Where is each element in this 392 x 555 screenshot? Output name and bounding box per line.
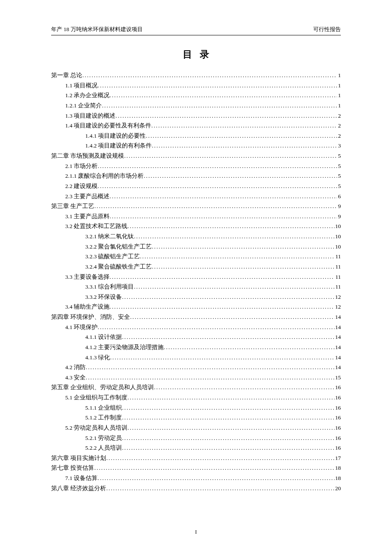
toc-entry: 第六章 项目实施计划17	[51, 453, 341, 463]
toc-entry-label: 4.2 消防	[65, 362, 86, 373]
toc-leader-dots	[130, 312, 334, 322]
toc-entry-label: 4.1.1 设计依据	[85, 332, 122, 342]
toc-entry-label: 5.2.1 劳动定员	[85, 433, 122, 443]
toc-leader-dots	[106, 453, 334, 463]
toc-leader-dots	[82, 70, 337, 81]
toc-leader-dots	[110, 302, 334, 312]
toc-entry-page: 16	[334, 413, 341, 423]
toc-entry-label: 5.2 劳动定员和人员培训	[65, 423, 127, 433]
toc-entry: 1.4.2 项目建设的有利条件3	[51, 141, 341, 151]
toc-leader-dots	[140, 251, 334, 262]
toc-leader-dots	[134, 231, 334, 242]
toc-entry-label: 3.2.4 聚合硫酸铁生产工艺	[85, 262, 152, 272]
toc-leader-dots	[127, 423, 334, 433]
toc-entry-page: 10	[334, 242, 341, 252]
toc-entry-page: 12	[334, 302, 341, 312]
toc-entry: 2.3 主要产品概述6	[51, 191, 341, 202]
toc-entry-label: 5.2.2 人员培训	[85, 443, 122, 453]
toc-leader-dots	[98, 181, 337, 191]
toc-entry-page: 18	[334, 463, 341, 473]
toc-leader-dots	[110, 353, 334, 363]
toc-entry-page: 5	[337, 151, 341, 161]
toc-entry: 3.3 主要设备选择11	[51, 272, 341, 282]
toc-entry-page: 1	[337, 101, 341, 111]
toc-entry-page: 2	[337, 121, 341, 131]
toc-entry-label: 第四章 环境保护、消防、安全	[51, 312, 130, 322]
toc-leader-dots	[164, 342, 334, 353]
toc-entry-label: 4.1 环境保护	[65, 322, 98, 332]
toc-entry-page: 16	[334, 403, 341, 413]
toc-leader-dots	[122, 433, 334, 443]
toc-entry-page: 15	[334, 373, 341, 383]
toc-entry: 第一章 总论1	[51, 70, 341, 81]
toc-entry-label: 4.3 安全	[65, 373, 86, 383]
page-header: 年产 18 万吨纳米环保新材料建设项目 可行性报告	[51, 26, 341, 35]
toc-entry-page: 1	[337, 81, 341, 91]
toc-entry-page: 14	[334, 332, 341, 342]
toc-entry: 5.1.1 企业组织16	[51, 403, 341, 413]
toc-entry-label: 3.2.3 硫酸铝生产工艺	[85, 251, 140, 262]
toc-leader-dots	[110, 191, 337, 202]
toc-entry: 7.1 设备估算18	[51, 473, 341, 483]
toc-entry: 1.4 项目建设的必要性及有利条件2	[51, 121, 341, 131]
toc-entry-page: 17	[334, 453, 341, 463]
toc-entry-label: 3.3.2 环保设备	[85, 292, 122, 302]
toc-leader-dots	[98, 473, 334, 483]
toc-entry-label: 1.4.2 项目建设的有利条件	[85, 141, 152, 151]
toc-leader-dots	[122, 332, 334, 342]
toc-entry: 第七章 投资估算18	[51, 463, 341, 473]
toc-entry-page: 16	[334, 443, 341, 453]
toc-entry-page: 16	[334, 382, 341, 393]
toc-entry-label: 2.3 主要产品概述	[65, 191, 110, 202]
page-number: I	[0, 529, 392, 535]
toc-entry: 第二章 市场预测及建设规模5	[51, 151, 341, 161]
toc-entry: 第八章 经济效益分析20	[51, 483, 341, 494]
toc-entry-page: 16	[334, 393, 341, 403]
toc-leader-dots	[115, 111, 337, 121]
toc-entry: 3.1 主要产品原料9	[51, 211, 341, 222]
toc-entry-label: 1.3 项目建设的概述	[65, 111, 115, 121]
toc-entry: 3.2.1 纳米二氧化钛10	[51, 231, 341, 242]
toc-entry: 第三章 生产工艺9	[51, 201, 341, 211]
toc-entry-label: 2.1.1 废酸综合利用的市场分析	[65, 171, 144, 181]
toc-entry: 3.2.4 聚合硫酸铁生产工艺11	[51, 262, 341, 272]
toc-entry-label: 3.3 主要设备选择	[65, 272, 110, 282]
toc-entry-label: 第七章 投资估算	[51, 463, 94, 473]
toc-leader-dots	[122, 403, 334, 413]
toc-leader-dots	[144, 171, 337, 181]
toc-entry: 3.2 处置技术和工艺路线10	[51, 221, 341, 231]
toc-entry: 第五章 企业组织、劳动定员和人员培训16	[51, 382, 341, 393]
toc-entry-label: 4.1.2 主要污染物源及治理措施	[85, 342, 164, 353]
toc-entry-page: 9	[337, 211, 341, 222]
toc-entry-label: 3.3.1 综合利用项目	[85, 282, 134, 292]
toc-entry-label: 5.1 企业组织与工作制度	[65, 393, 127, 403]
toc-entry-label: 2.1 市场分析	[65, 161, 98, 171]
toc-entry-label: 1.4.1 项目建设的必要性	[85, 131, 146, 141]
toc-entry-label: 3.1 主要产品原料	[65, 211, 110, 222]
toc-entry-page: 14	[334, 322, 341, 332]
toc-entry: 5.1.2 工作制度16	[51, 413, 341, 423]
toc-entry-page: 5	[337, 181, 341, 191]
toc-entry: 3.3.1 综合利用项目11	[51, 282, 341, 292]
toc-entry: 1.1 项目概况1	[51, 81, 341, 91]
toc-entry-label: 5.1.1 企业组织	[85, 403, 122, 413]
toc-entry: 3.3.2 环保设备12	[51, 292, 341, 302]
toc-entry-label: 第八章 经济效益分析	[51, 483, 106, 494]
toc-entry-label: 3.2 处置技术和工艺路线	[65, 221, 127, 231]
toc-leader-dots	[122, 292, 334, 302]
toc-leader-dots	[98, 81, 337, 91]
toc-entry: 4.3 安全15	[51, 373, 341, 383]
toc-title: 目录	[51, 48, 341, 61]
toc-entry-label: 1.4 项目建设的必要性及有利条件	[65, 121, 151, 131]
toc-entry-label: 2.2 建设规模	[65, 181, 98, 191]
toc-leader-dots	[152, 262, 334, 272]
toc-leader-dots	[102, 101, 337, 111]
toc-entry: 4.1.1 设计依据14	[51, 332, 341, 342]
table-of-contents: 第一章 总论11.1 项目概况11.2 承办企业概况11.2.1 企业简介11.…	[51, 70, 341, 493]
header-left: 年产 18 万吨纳米环保新材料建设项目	[51, 26, 143, 33]
toc-entry: 3.4 辅助生产设施12	[51, 302, 341, 312]
toc-entry-label: 1.2.1 企业简介	[65, 101, 102, 111]
toc-entry: 5.2.2 人员培训16	[51, 443, 341, 453]
toc-entry: 1.2 承办企业概况1	[51, 90, 341, 101]
toc-entry: 1.3 项目建设的概述2	[51, 111, 341, 121]
